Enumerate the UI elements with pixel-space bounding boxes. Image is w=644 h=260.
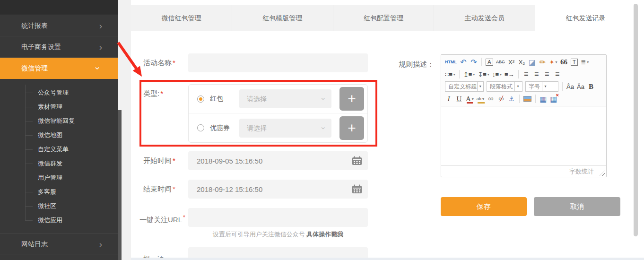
submenu-item-micro-community[interactable]: 微社区: [0, 199, 118, 213]
tab-wechat-redpacket[interactable]: 微信红包管理: [131, 5, 232, 31]
font-size-select[interactable]: 字号▾: [525, 81, 558, 92]
to-lowercase-icon[interactable]: Ǎa: [576, 81, 585, 92]
activity-name-label: 活动名称*: [143, 53, 175, 72]
select-placeholder: 请选择: [247, 95, 267, 103]
italic-icon[interactable]: I: [444, 94, 453, 104]
end-time-label: 结束时间*: [143, 180, 175, 199]
undo-icon[interactable]: ↶: [459, 57, 468, 67]
submenu-item-material[interactable]: 素材管理: [0, 100, 118, 114]
add-redpacket-button[interactable]: +: [339, 87, 364, 111]
redpacket-select[interactable]: 请选择 ›: [239, 89, 331, 108]
sidebar-scrollbar[interactable]: [118, 110, 122, 260]
sidebar-item-label: 网站日志: [21, 240, 48, 248]
hint-link[interactable]: 具体操作戳我: [306, 231, 343, 238]
underline-icon[interactable]: U: [455, 94, 463, 104]
activity-name-input[interactable]: [188, 53, 368, 72]
align-left-icon[interactable]: ≡: [522, 69, 531, 79]
coupon-radio-label: 优惠券: [210, 124, 239, 132]
sidebar-item-ecommerce-settings[interactable]: 电子商务设置 ›: [0, 36, 118, 58]
subscript-icon[interactable]: X₂: [518, 57, 526, 67]
font-color-icon[interactable]: A▾: [465, 94, 474, 104]
line-spacing-icon[interactable]: ↕≡▾: [492, 69, 502, 79]
calendar-icon[interactable]: [352, 184, 362, 194]
submenu-item-custom-menu[interactable]: 自定义菜单: [0, 142, 118, 156]
link-icon[interactable]: ∞: [487, 94, 495, 104]
chevron-down-icon: ›: [314, 127, 333, 130]
editor-content[interactable]: [441, 107, 606, 165]
submenu-item-official-account[interactable]: 公众号管理: [0, 86, 118, 100]
highlight-color-icon[interactable]: ab▾: [476, 94, 485, 104]
tab-active-send-member[interactable]: 主动发送会员: [434, 5, 535, 31]
ordered-list-icon[interactable]: ≣▾: [580, 57, 589, 67]
redo-icon[interactable]: ↷: [470, 57, 478, 67]
sidebar: 统计报表 › 电子商务设置 › 微信管理 › 公众号管理 素材管理 微信智能回复…: [0, 0, 118, 260]
calendar-icon[interactable]: [352, 156, 362, 165]
auto-typeset-icon[interactable]: ✦▾: [549, 57, 558, 67]
cancel-button[interactable]: 取消: [534, 197, 620, 216]
superscript-icon[interactable]: X²: [507, 57, 516, 67]
delete-table-icon[interactable]: ▦: [549, 94, 558, 104]
unlink-icon[interactable]: ∞: [497, 94, 505, 104]
editor-toolbar: HTML↶↷AABCX²X₂◪✏✦▾66T≣▾ ∷≡▾↥≡▾↧≡▾↕≡▾≡→≡≡…: [441, 55, 606, 106]
sidebar-item-label: 电子商务设置: [21, 43, 61, 51]
coupon-select[interactable]: 请选择 ›: [239, 119, 331, 138]
sidebar-item-wechat-management[interactable]: 微信管理 ›: [0, 58, 118, 79]
start-time-input[interactable]: [188, 151, 368, 170]
submenu-item-wechat-map[interactable]: 微信地图: [0, 128, 118, 142]
toolbar-divider: [459, 70, 460, 78]
sidebar-item-label: 微信管理: [21, 64, 48, 72]
chevron-down-icon: ›: [87, 67, 108, 69]
align-right-icon[interactable]: ≡: [543, 69, 551, 79]
submenu-item-multi-service[interactable]: 多客服: [0, 185, 118, 199]
bottom-edge: [131, 258, 644, 260]
toolbar-divider: [518, 70, 519, 78]
paragraph-spacing-bottom-icon[interactable]: ↧≡▾: [477, 69, 490, 79]
paste-text-icon[interactable]: T: [570, 57, 578, 67]
page-scrollbar[interactable]: [634, 4, 638, 236]
indent-icon[interactable]: ≡→: [504, 69, 515, 79]
type-label: 类型:*: [143, 84, 163, 103]
tab-bar: 微信红包管理 红包模版管理 红包配置管理 主动发送会员 红包发送记录: [131, 5, 636, 31]
strikethrough-icon[interactable]: ABC: [496, 57, 505, 67]
insert-image-icon[interactable]: [523, 94, 532, 104]
type-row-coupon: 优惠券 请选择 › +: [189, 113, 367, 142]
chevron-down-icon: ▾: [514, 82, 521, 91]
submenu-item-mass-message[interactable]: 微信群发: [0, 156, 118, 171]
sidebar-item-site-log[interactable]: 网站日志 ›: [0, 233, 118, 254]
coupon-radio[interactable]: [197, 124, 204, 131]
bordered-text-icon[interactable]: A: [485, 57, 494, 67]
end-time-input[interactable]: [188, 180, 368, 199]
paragraph-format-select[interactable]: 段落格式▾: [487, 81, 522, 92]
align-justify-icon[interactable]: ≡: [553, 69, 562, 79]
toolbar-row-4: IUA▾ab▾∞∞⚓▦▦: [444, 93, 604, 105]
insert-table-icon[interactable]: ▦: [539, 94, 548, 104]
anchor-icon[interactable]: ⚓: [507, 94, 516, 104]
sidebar-item-stats-report[interactable]: 统计报表 ›: [0, 15, 118, 36]
blockquote-icon[interactable]: 66: [559, 57, 568, 67]
chevron-down-icon: ›: [314, 97, 333, 100]
submenu-item-smart-reply[interactable]: 微信智能回复: [0, 114, 118, 128]
tab-redpacket-config[interactable]: 红包配置管理: [333, 5, 434, 31]
editor-status-bar: 字数统计: [441, 165, 606, 177]
admin-page: 统计报表 › 电子商务设置 › 微信管理 › 公众号管理 素材管理 微信智能回复…: [0, 0, 644, 260]
custom-title-select[interactable]: 自定义标题▾: [445, 81, 484, 92]
submenu-item-user-management[interactable]: 用户管理: [0, 171, 118, 185]
align-center-icon[interactable]: ≡: [532, 69, 541, 79]
follow-url-hint: 设置后可引导用户关注微信公众号 具体操作戳我: [188, 230, 368, 239]
paragraph-spacing-top-icon[interactable]: ↥≡▾: [463, 69, 476, 79]
redpacket-radio[interactable]: [197, 95, 204, 103]
tab-redpacket-template[interactable]: 红包模版管理: [232, 5, 333, 31]
add-coupon-button[interactable]: +: [339, 116, 364, 140]
eraser-icon[interactable]: ◪: [528, 57, 537, 67]
rich-text-editor: HTML↶↷AABCX²X₂◪✏✦▾66T≣▾ ∷≡▾↥≡▾↧≡▾↕≡▾≡→≡≡…: [441, 54, 607, 177]
format-brush-icon[interactable]: ✏: [539, 57, 547, 67]
save-button[interactable]: 保存: [441, 197, 527, 216]
tab-redpacket-send-record[interactable]: 红包发送记录: [535, 5, 636, 31]
rule-description-label: 规则描述：: [399, 55, 434, 74]
submenu-item-wechat-app[interactable]: 微信应用: [0, 213, 118, 227]
unordered-list-icon[interactable]: ∷≡▾: [444, 69, 456, 79]
bold-icon[interactable]: B: [587, 81, 595, 92]
to-uppercase-icon[interactable]: Âa: [566, 81, 574, 92]
html-source-icon[interactable]: HTML: [444, 57, 457, 67]
follow-url-input[interactable]: [188, 208, 368, 227]
